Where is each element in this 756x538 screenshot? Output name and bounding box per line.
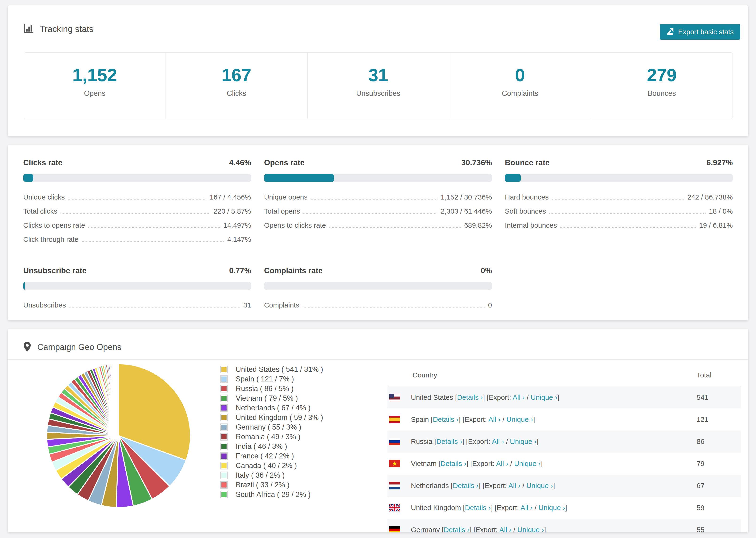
total-cell: 86 [697,438,741,446]
stat-box-unsubscribes: 31Unsubscribes [307,53,449,119]
detail-value: 19 / 6.81% [699,221,733,229]
total-cell: 67 [697,482,741,490]
country-cell: Russia [Details ›] [Export: All › / Uniq… [387,438,697,446]
detail-label: Click through rate [23,236,79,243]
export-unique-link-netherlands[interactable]: Unique › [526,482,553,489]
pie-legend: United States ( 541 / 31% )Spain ( 121 /… [220,364,323,499]
flag-ru [389,438,400,445]
details-link-spain[interactable]: Details › [433,415,459,423]
static-text: ] [541,459,543,467]
rate-detail-row: Unique opens1,152 / 30.736% [264,193,492,201]
export-basic-stats-button[interactable]: Export basic stats [660,24,740,40]
stat-box-complaints: 0Complaints [449,53,591,119]
static-text: ] [Export: [469,526,499,532]
rate-detail-row: Total opens2,303 / 61.446% [264,207,492,215]
export-all-link-netherlands[interactable]: All › [508,482,520,489]
campaign-geo-opens-card: Campaign Geo Opens United States ( 541 /… [8,329,748,532]
stat-value: 167 [166,66,307,84]
export-unique-link-vietnam[interactable]: Unique › [514,459,541,467]
export-all-link-spain[interactable]: All › [488,415,501,423]
country-cell: Netherlands [Details ›] [Export: All › /… [387,482,697,490]
table-row-vietnam: Vietnam [Details ›] [Export: All › / Uni… [387,453,741,475]
details-link-russia[interactable]: Details › [436,438,462,445]
country-links-text: Germany [Details ›] [Export: All › / Uni… [411,526,546,532]
country-cell: Germany [Details ›] [Export: All › / Uni… [387,526,697,532]
geo-table-header: Country Total [387,364,741,386]
country-links-text: Vietnam [Details ›] [Export: All › / Uni… [411,459,543,467]
detail-label: Clicks to opens rate [23,221,85,229]
export-all-link-germany[interactable]: All › [499,526,512,532]
legend-swatch [220,471,228,479]
geo-opens-pie-chart [41,358,196,513]
detail-label: Opens to clicks rate [264,221,326,229]
detail-value: 4.147% [227,236,251,243]
export-all-link-vietnam[interactable]: All › [496,459,508,467]
export-unique-link-united-kingdom[interactable]: Unique › [539,504,565,511]
stat-value: 0 [449,66,591,84]
rate-detail-rows: Complaints0 [264,301,492,309]
flag-nl [389,482,400,489]
legend-item-united-states: United States ( 541 / 31% ) [220,364,323,374]
flag-de [389,526,400,532]
export-unique-link-russia[interactable]: Unique › [510,438,536,445]
export-unique-link-spain[interactable]: Unique › [507,415,533,423]
static-text: United Kingdom [ [411,504,465,511]
static-text: Spain [ [411,415,433,423]
rate-percentage: 0% [481,266,492,275]
flag-vn [389,460,400,467]
legend-label: Vietnam ( 79 / 5% ) [236,394,298,403]
export-all-link-russia[interactable]: All › [492,438,504,445]
legend-swatch [220,452,228,460]
details-link-united-states[interactable]: Details › [457,394,483,401]
column-header-total: Total [697,371,741,379]
rate-detail-rows: Unique opens1,152 / 30.736%Total opens2,… [264,193,492,229]
country-links-text: Netherlands [Details ›] [Export: All › /… [411,482,555,490]
export-all-link-united-kingdom[interactable]: All › [520,504,533,511]
export-unique-link-united-states[interactable]: Unique › [531,394,557,401]
legend-label: Spain ( 121 / 7% ) [236,375,294,383]
stat-label: Clicks [166,89,307,98]
rate-section-clicks-rate: Clicks rate4.46%Unique clicks167 / 4.456… [23,158,251,243]
dotted-leader [68,199,206,199]
rates-grid: Clicks rate4.46%Unique clicks167 / 4.456… [8,145,748,309]
detail-value: 31 [243,301,251,309]
dotted-leader [552,199,684,199]
detail-label: Unique opens [264,193,307,201]
stat-box-bounces: 279Bounces [591,53,732,119]
rates-card: Clicks rate4.46%Unique clicks167 / 4.456… [8,145,748,320]
legend-label: Russia ( 86 / 5% ) [236,385,294,393]
details-link-united-kingdom[interactable]: Details › [465,504,491,511]
legend-item-united-kingdom: United Kingdom ( 59 / 3% ) [220,413,323,422]
tracking-stats-card: Tracking stats Export basic stats 1,152O… [8,5,748,136]
static-text: ] [Export: [491,504,520,511]
detail-value: 242 / 86.738% [687,193,733,201]
progress-bar-fill [264,174,334,182]
static-text: ] [544,526,546,532]
detail-value: 220 / 5.87% [214,207,251,215]
static-text: ] [Export: [459,415,488,423]
pie-chart-svg [41,358,196,513]
static-text: ] [536,438,538,445]
static-text: ] [Export: [483,394,513,401]
rate-title: Bounce rate [505,158,550,167]
export-unique-link-germany[interactable]: Unique › [517,526,544,532]
geo-opens-table: Country Total United States [Details ›] … [387,364,741,532]
legend-swatch [220,395,228,402]
details-link-germany[interactable]: Details › [444,526,469,532]
rate-detail-row: Click through rate4.147% [23,236,251,243]
export-all-link-united-states[interactable]: All › [513,394,525,401]
stat-value: 1,152 [24,66,166,84]
summary-stats-row: 1,152Opens167Clicks31Unsubscribes0Compla… [24,52,733,119]
legend-swatch [220,443,228,450]
bar-chart-icon [24,24,33,34]
static-text: ] [Export: [478,482,508,489]
dotted-leader [61,213,210,214]
legend-label: South Africa ( 29 / 2% ) [236,490,311,499]
rate-percentage: 30.736% [461,158,492,167]
details-link-netherlands[interactable]: Details › [453,482,478,489]
detail-label: Total opens [264,207,300,215]
country-cell: United States [Details ›] [Export: All ›… [387,394,697,402]
legend-swatch [220,366,228,373]
details-link-vietnam[interactable]: Details › [441,459,466,467]
rate-head: Clicks rate4.46% [23,158,251,167]
